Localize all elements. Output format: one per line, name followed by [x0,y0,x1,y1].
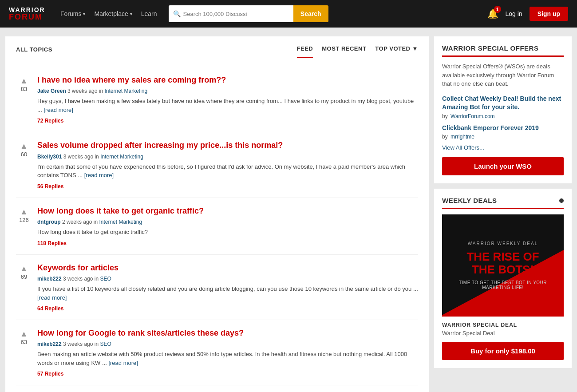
deal-big-title: THE RISE OF THE BOTS! [447,250,559,276]
post-author[interactable]: mikeb222 [37,341,62,347]
post-category[interactable]: Internet Marketing [100,154,143,160]
post-replies[interactable]: 64 Replies [37,305,418,312]
vote-column: ▲ 69 [16,265,32,280]
header-right: 🔔 1 Log in Sign up [487,7,568,21]
vote-column: ▲ 60 [16,142,32,158]
login-button[interactable]: Log in [506,10,522,17]
nav-forums-label: Forums [60,10,81,17]
view-all-offers-link[interactable]: View All Offers... [442,144,564,151]
deal-image[interactable]: WARRIOR WEEKLY DEAL THE RISE OF THE BOTS… [442,214,564,317]
read-more-link[interactable]: [read more] [84,172,114,178]
wso-deal-2-author[interactable]: mrrightme [451,134,474,140]
vote-up-icon[interactable]: ▲ [20,265,28,273]
post-replies[interactable]: 57 Replies [37,371,418,377]
post-author[interactable]: Bkelly301 [37,154,62,160]
wso-deal-2-by: by mrrightme [442,134,564,140]
wso-title: WARRIOR SPECIAL OFFERS [442,44,564,57]
post-excerpt: Been making an article website with 50% … [37,350,418,367]
post-meta: Bkelly301 3 weeks ago in Internet Market… [37,154,418,160]
forums-chevron-icon: ▾ [83,12,85,16]
tab-feed[interactable]: FEED [297,45,313,58]
tab-links: FEED MOST RECENT TOP VOTED ▼ [297,45,418,58]
logo[interactable]: WARRIOR FORUM [9,7,49,21]
weekly-deals-header: WEEKLY DEALS [442,197,564,209]
post-author[interactable]: Jake Green [37,88,66,94]
post-replies[interactable]: 118 Replies [37,240,418,246]
all-topics-label: ALL TOPICS [16,46,52,57]
wso-box: WARRIOR SPECIAL OFFERS Warrior Special O… [434,36,572,183]
main-layout: ALL TOPICS FEED MOST RECENT TOP VOTED ▼ … [0,28,577,392]
post-category[interactable]: Internet Marketing [99,219,142,225]
post-title[interactable]: Sales volume dropped after increasing my… [37,140,418,150]
post-excerpt: I'm certain that some of you have experi… [37,162,418,180]
post-body: How long does it take to get organic tra… [37,206,418,246]
post-replies[interactable]: 56 Replies [37,183,418,190]
deal-image-content: WARRIOR WEEKLY DEAL THE RISE OF THE BOTS… [442,237,564,294]
vote-up-icon[interactable]: ▲ [20,142,28,150]
post-excerpt: Hey guys, I have been making a few sales… [37,97,418,114]
post-title[interactable]: Keywords for articles [37,263,418,273]
post-author[interactable]: dntgroup [37,219,61,225]
search-icon: 🔍 [173,10,181,17]
post-meta: dntgroup 2 weeks ago in Internet Marketi… [37,219,418,225]
header: WARRIOR FORUM Forums ▾ Marketplace ▾ Lea… [0,0,577,28]
vote-up-icon[interactable]: ▲ [20,330,28,338]
wso-deal-1-title[interactable]: Collect Chat Weekly Deal! Build the next… [442,95,564,112]
wso-deal-1-by: by WarriorForum.com [442,113,564,119]
wso-deal-2-title[interactable]: Clickbank Emperor Forever 2019 [442,124,564,133]
nav-marketplace[interactable]: Marketplace ▾ [91,8,135,20]
tab-most-recent[interactable]: MOST RECENT [322,45,366,58]
post-title[interactable]: How long does it take to get organic tra… [37,206,418,216]
read-more-link[interactable]: [read more] [43,107,73,113]
post-body: How long for Google to rank sites/articl… [37,328,418,377]
wso-deal-2: Clickbank Emperor Forever 2019 by mrrigh… [442,124,564,140]
vote-column: ▲ 126 [16,208,32,223]
weekly-deals-title: WEEKLY DEALS [442,197,497,204]
post-category[interactable]: SEO [100,341,111,347]
post-meta: Jake Green 3 weeks ago in Internet Marke… [37,88,418,94]
vote-column: ▲ 83 [16,77,32,92]
dot-indicator [559,198,564,203]
post-category[interactable]: Internet Marketing [104,88,147,94]
post-body: Keywords for articles mikeb222 3 weeks a… [37,263,418,312]
notification-bell-wrap[interactable]: 🔔 1 [487,8,498,19]
vote-up-icon[interactable]: ▲ [20,208,28,216]
weekly-deals-box: WEEKLY DEALS WARRIOR WEEKLY DEAL THE RIS… [434,189,572,368]
deal-name-label: WARRIOR SPECIAL DEAL [442,322,564,328]
vote-count: 63 [21,339,27,345]
read-more-link[interactable]: [read more] [108,360,138,366]
post-title[interactable]: How long for Google to rank sites/articl… [37,328,418,338]
nav-learn[interactable]: Learn [138,8,161,20]
search-area: 🔍 Search [169,5,328,22]
post-body: Sales volume dropped after increasing my… [37,140,418,189]
wso-description: Warrior Special Offers® (WSOs) are deals… [442,62,564,88]
vote-count: 83 [21,86,27,92]
post-replies[interactable]: 72 Replies [37,118,418,124]
buy-button[interactable]: Buy for only $198.00 [442,342,564,360]
post-item: ▲ 63 How long for Google to rank sites/a… [16,320,418,385]
nav-forums[interactable]: Forums ▾ [57,8,89,20]
read-more-link[interactable]: [read more] [37,294,67,301]
launch-wso-button[interactable]: Launch your WSO [442,157,564,175]
vote-up-icon[interactable]: ▲ [20,77,28,85]
nav-marketplace-label: Marketplace [94,10,128,17]
post-excerpt: How long does it take to get organic tra… [37,228,418,237]
marketplace-chevron-icon: ▾ [130,12,132,16]
post-title[interactable]: I have no idea where my sales are coming… [37,75,418,85]
search-input-wrap: 🔍 [169,5,293,22]
post-category[interactable]: SEO [100,276,111,282]
vote-column: ▲ 63 [16,330,32,345]
search-input[interactable] [183,11,289,17]
logo-warrior: WARRIOR [9,7,49,13]
left-column: ALL TOPICS FEED MOST RECENT TOP VOTED ▼ … [5,36,429,392]
post-meta: mikeb222 3 weeks ago in SEO [37,276,418,282]
deal-sub-text: TIME TO GET THE BEST BOT IN YOUR MARKETI… [447,280,559,290]
wso-deal-1-author[interactable]: WarriorForum.com [451,113,495,119]
signup-button[interactable]: Sign up [530,7,568,21]
notification-badge: 1 [494,6,501,13]
posts-list: ▲ 83 I have no idea where my sales are c… [16,67,418,392]
tab-top-voted[interactable]: TOP VOTED ▼ [375,45,418,58]
search-button[interactable]: Search [293,5,328,22]
main-nav: Forums ▾ Marketplace ▾ Learn [57,8,161,20]
post-author[interactable]: mikeb222 [37,276,62,282]
